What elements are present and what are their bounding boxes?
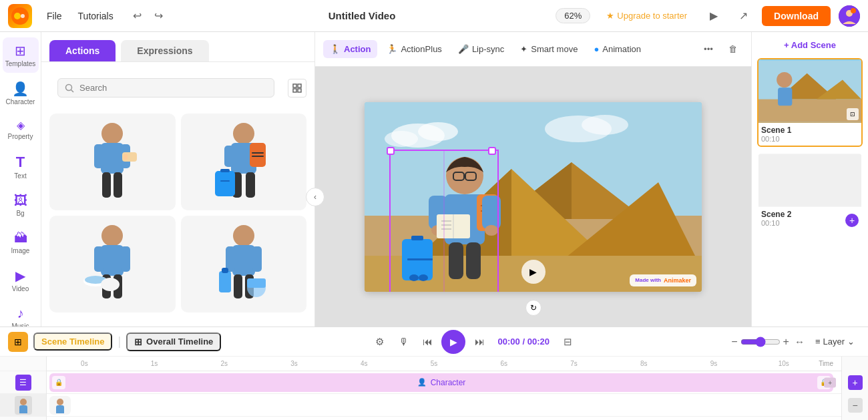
zoom-out-button[interactable]: − xyxy=(731,336,737,348)
ruler-spacer xyxy=(0,357,46,371)
sidebar-item-templates[interactable]: ⊞ Templates xyxy=(3,37,39,73)
svg-rect-9 xyxy=(298,84,301,87)
svg-rect-16 xyxy=(102,172,111,198)
character-actions-grid xyxy=(41,114,314,312)
track-add-button[interactable]: + xyxy=(824,377,836,387)
lipsync-icon: 🎤 xyxy=(458,44,469,54)
svg-point-54 xyxy=(418,122,458,141)
svg-rect-19 xyxy=(124,154,128,160)
track-lock-left[interactable]: 🔒 xyxy=(52,376,65,389)
svg-point-5 xyxy=(851,8,856,13)
svg-rect-8 xyxy=(293,84,296,87)
svg-rect-105 xyxy=(758,154,861,206)
tab-actions[interactable]: Actions xyxy=(49,40,116,61)
sidebar-item-property[interactable]: ◈ Property xyxy=(3,114,39,146)
menu-file[interactable]: File xyxy=(40,8,69,24)
track-time-controls: + xyxy=(824,377,836,387)
action-item-2[interactable] xyxy=(181,114,307,210)
zoom-control[interactable]: 62% xyxy=(556,8,590,23)
svg-point-92 xyxy=(419,274,428,281)
scene-2-thumb[interactable]: + Scene 2 00:10 xyxy=(757,152,863,231)
svg-rect-28 xyxy=(252,156,264,157)
svg-rect-109 xyxy=(56,405,64,413)
sidebar-item-text[interactable]: T Text xyxy=(3,148,39,185)
svg-rect-33 xyxy=(101,245,124,276)
action-item-3[interactable] xyxy=(49,216,176,312)
redo-button[interactable]: ↪ xyxy=(150,7,168,25)
share-button[interactable]: ↗ xyxy=(732,5,754,27)
time-add-button[interactable]: + xyxy=(848,375,863,390)
sidebar-item-character[interactable]: 👤 Character xyxy=(3,75,39,111)
svg-point-2 xyxy=(21,14,25,18)
menu-tutorials[interactable]: Tutorials xyxy=(71,8,120,24)
skip-forward-button[interactable]: ⏭ xyxy=(469,332,489,352)
camera-settings-button[interactable]: ⚙ xyxy=(369,332,389,352)
scene-1-pip-icon[interactable]: ⊡ xyxy=(847,108,859,120)
zoom-slider[interactable] xyxy=(740,337,781,347)
char-thumb-row xyxy=(0,394,46,417)
svg-point-80 xyxy=(485,225,498,236)
scene-2-add-icon[interactable]: + xyxy=(845,214,859,227)
actionplus-tool-btn[interactable]: 🏃 ActionPlus xyxy=(380,40,448,58)
add-scene-button[interactable]: + Add Scene xyxy=(757,37,863,53)
sidebar-item-music[interactable]: ♪ Music xyxy=(3,300,39,327)
layer-button[interactable]: ≡ Layer ⌄ xyxy=(810,334,860,349)
canvas-more-button[interactable]: ••• xyxy=(698,39,719,60)
fit-to-screen-button[interactable]: ↔ xyxy=(795,336,805,347)
scene-1-thumb[interactable]: ⊡ Scene 1 00:10 xyxy=(757,58,863,147)
svg-point-20 xyxy=(233,123,254,144)
left-sidebar: ⊞ Templates 👤 Character ◈ Property T Tex… xyxy=(0,32,41,327)
overall-timeline-tab[interactable]: ⊞ Overall Timeline xyxy=(126,333,221,351)
skip-back-button[interactable]: ⏮ xyxy=(417,332,437,352)
tab-expressions[interactable]: Expressions xyxy=(121,40,208,61)
project-title[interactable]: Untitled Video xyxy=(176,10,548,21)
time-remove-button[interactable]: − xyxy=(848,398,863,413)
character-thumbnail xyxy=(15,396,32,415)
scene-timeline-tab[interactable]: Scene Timeline xyxy=(33,333,112,351)
svg-rect-100 xyxy=(758,99,861,122)
zoom-in-button[interactable]: + xyxy=(783,336,789,348)
expand-button[interactable] xyxy=(288,79,306,97)
sidebar-item-image[interactable]: 🏔 Image xyxy=(3,225,39,260)
panel-collapse-button[interactable]: ‹ xyxy=(306,188,324,206)
canvas-scene[interactable]: ▶ Made with Animaker xyxy=(365,102,702,292)
svg-rect-22 xyxy=(224,146,234,167)
actions-panel: Actions Expressions xyxy=(41,32,315,327)
present-button[interactable]: ▶ xyxy=(703,5,724,27)
lipsync-tool-btn[interactable]: 🎤 Lip-sync xyxy=(451,40,511,58)
mic-button[interactable]: 🎙 xyxy=(393,332,413,352)
panel-tabs: Actions Expressions xyxy=(41,32,314,62)
sidebar-item-video[interactable]: ▶ Video xyxy=(3,262,39,298)
canvas-delete-button[interactable]: 🗑 xyxy=(722,39,743,60)
download-button[interactable]: Download xyxy=(762,6,831,26)
user-avatar[interactable] xyxy=(839,5,860,27)
scene-timeline-icon: ⊞ xyxy=(8,332,28,352)
animation-tool-btn[interactable]: ● Animation xyxy=(587,40,648,58)
svg-rect-14 xyxy=(94,144,103,168)
captions-button[interactable]: ⊟ xyxy=(558,332,578,352)
action-item-4[interactable] xyxy=(181,216,307,312)
action-item-1[interactable] xyxy=(49,114,176,210)
topbar-menu: File Tutorials xyxy=(40,8,120,24)
search-input[interactable] xyxy=(79,83,267,93)
canvas-play-button[interactable]: ▶ xyxy=(521,260,546,284)
scene-1-image: ⊡ xyxy=(758,59,861,123)
refresh-button[interactable]: ↻ xyxy=(525,300,541,316)
upgrade-button[interactable]: ★ Upgrade to starter xyxy=(598,8,695,23)
timeline-ruler: 0s 1s 2s 3s 4s 5s 6s 7s 8s 9s 10s Time xyxy=(47,357,841,371)
timeline-ruler-tracks: 0s 1s 2s 3s 4s 5s 6s 7s 8s 9s 10s Time xyxy=(47,357,841,420)
timeline-tracks: ☰ 0s 1s 2s 3s 4 xyxy=(0,357,868,420)
action-tool-btn[interactable]: 🚶 Action xyxy=(323,40,377,58)
action-char-2 xyxy=(186,119,302,205)
smartmove-tool-btn[interactable]: ✦ Smart move xyxy=(513,40,584,58)
svg-rect-10 xyxy=(293,89,296,92)
sidebar-item-bg[interactable]: 🖼 Bg xyxy=(3,188,39,222)
play-button[interactable]: ▶ xyxy=(441,330,465,354)
timeline-label-col: ☰ xyxy=(0,357,47,420)
app-logo[interactable] xyxy=(8,4,32,28)
undo-button[interactable]: ↩ xyxy=(128,7,147,25)
char-thumb-bar[interactable] xyxy=(49,396,71,415)
svg-point-103 xyxy=(777,72,792,87)
svg-point-6 xyxy=(66,84,72,90)
character-track-bar[interactable]: 🔒 👤 Character 🔒 xyxy=(49,373,833,392)
